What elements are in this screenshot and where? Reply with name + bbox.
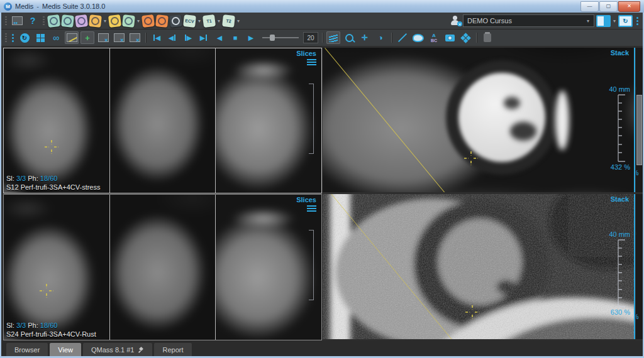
tab-browser[interactable]: Browser	[6, 343, 48, 356]
toolbar-grip[interactable]	[43, 16, 45, 25]
step-back-button[interactable]: ◀	[165, 31, 179, 44]
play-reverse-button[interactable]: ◀	[213, 31, 226, 44]
zoom-tool-button[interactable]	[342, 31, 356, 44]
app-icon-2[interactable]	[61, 14, 74, 28]
roi-icon	[413, 34, 424, 42]
chevron-down-icon[interactable]: ▾	[237, 18, 240, 24]
app-icon-4[interactable]	[89, 14, 102, 28]
clipboard-icon	[484, 33, 491, 42]
slice-image-1[interactable]	[4, 48, 109, 193]
app-icon-8[interactable]	[155, 14, 169, 28]
viewport-layout-button[interactable]	[33, 31, 47, 44]
app-icon-t2[interactable]: T2	[222, 14, 235, 28]
viewport-label: Slices	[296, 50, 316, 57]
chevron-down-icon[interactable]: ▾	[137, 18, 140, 24]
slice-image-2[interactable]	[110, 48, 216, 193]
browser-pane-toggle-button[interactable]: ••	[10, 14, 24, 27]
frame-speed-slider[interactable]	[262, 33, 299, 42]
app-icon-6[interactable]	[122, 14, 135, 28]
viewport-menu-icon[interactable]	[307, 205, 316, 213]
mri-image	[4, 195, 109, 340]
reset-view-button[interactable]: ↻	[18, 31, 31, 44]
overflow-menu-button[interactable]	[635, 17, 640, 25]
play-button[interactable]: ▶	[244, 31, 258, 44]
scale-bottom-label: 630 %	[611, 308, 630, 316]
image-overlay-text: Sl: 3/3 Ph: 18/60 S12 Perf-trufi-3SA+4CV…	[6, 174, 100, 192]
curve-icon	[143, 16, 152, 25]
stop-button[interactable]: ■	[228, 31, 242, 44]
mri-image	[110, 195, 216, 340]
slice-image-1[interactable]	[4, 195, 109, 340]
layout-preset-button[interactable]	[596, 15, 611, 27]
go-last-frame-button[interactable]: ▶	[197, 31, 211, 44]
crosshair-marker[interactable]	[38, 283, 55, 299]
go-first-frame-button[interactable]: ◀	[150, 31, 164, 44]
tab-view[interactable]: View	[50, 343, 81, 356]
user-session-icon: ✕	[450, 16, 461, 26]
app-icon-ecv[interactable]: ECV	[183, 14, 196, 28]
mri-image	[110, 48, 216, 193]
grid-layout-icon	[36, 34, 45, 42]
user-selector-value: DEMO Cursus	[467, 17, 512, 24]
multi-layout-button[interactable]	[458, 31, 472, 44]
minimize-button[interactable]: —	[580, 1, 599, 12]
overlay-toggle-button[interactable]	[65, 31, 79, 44]
stack-viewport-bottom[interactable]: Stack 40 mm 630 %	[323, 194, 635, 339]
app-icon-1[interactable]	[47, 14, 60, 27]
app-icon-3[interactable]	[75, 14, 88, 27]
measure-line-button[interactable]	[396, 31, 409, 44]
help-button[interactable]: ?	[26, 14, 40, 27]
roi-tool-button[interactable]	[411, 31, 425, 44]
toolbar-overflow-button[interactable]	[10, 34, 16, 42]
toolbar-grip[interactable]	[5, 16, 7, 25]
chevron-down-icon[interactable]: ▾	[218, 18, 220, 24]
series-name: S24 Perf-trufi-3SA+4CV-Rust	[6, 330, 96, 339]
title-bar[interactable]: M Medis - Medis Suite 3.0.18.0 — ▢ ✕	[0, 0, 644, 13]
app-icon-5[interactable]	[108, 14, 121, 27]
frame-rate-value[interactable]: 20	[303, 32, 318, 43]
app-icon-t1[interactable]: T1	[203, 14, 216, 27]
slice-image-3[interactable]	[216, 48, 321, 193]
chevron-down-icon[interactable]: ▾	[104, 18, 106, 24]
app-name: Medis	[15, 3, 33, 10]
tab-report[interactable]: Report	[154, 343, 191, 356]
crosshair-marker[interactable]	[464, 304, 480, 320]
person-icon	[171, 16, 180, 25]
stack-viewport-top[interactable]: Stack 40 mm 432 %	[323, 48, 635, 192]
chevron-down-icon[interactable]: ▾	[198, 18, 201, 24]
app-icon-9[interactable]	[169, 14, 182, 27]
tab-qmass[interactable]: QMass 8.1 #1	[83, 343, 152, 356]
close-button[interactable]: ✕	[618, 1, 640, 12]
pan-tool-button[interactable]: ✛	[358, 31, 372, 44]
step-forward-button[interactable]: ▶	[181, 31, 195, 44]
crosshair-marker[interactable]	[463, 150, 479, 166]
reset-layout-icon: ↻	[619, 16, 631, 26]
link-views-button[interactable]: ∞	[49, 31, 63, 44]
chevron-down-icon[interactable]: ▾	[613, 18, 616, 24]
panes-icon: ••	[12, 16, 23, 25]
app-icon-7[interactable]	[142, 14, 155, 27]
slice-image-2[interactable]	[110, 195, 216, 340]
clear-viewport-1-button[interactable]: ×	[96, 31, 110, 44]
window-level-button[interactable]: ◑	[374, 31, 387, 44]
crosshair-marker[interactable]	[43, 139, 60, 155]
maximize-button[interactable]: ▢	[599, 1, 618, 12]
reset-layout-button[interactable]: ↻	[618, 15, 633, 27]
image-overlay-text: Sl: 3/3 Ph: 18/60 S24 Perf-trufi-3SA+4CV…	[6, 321, 96, 339]
overlay-icon	[67, 33, 77, 42]
slice-image-3[interactable]	[216, 195, 321, 340]
slices-viewport-rest[interactable]: Slices Sl: 3/3 Ph: 18/60 S24 Perf-trufi-…	[3, 194, 322, 340]
stack-mode-button[interactable]	[326, 31, 340, 44]
slices-viewport-stress[interactable]: Slices Sl: 3/3 Ph: 18/60 S12 Perf-trufi-…	[3, 48, 322, 193]
toolbar-grip[interactable]	[5, 33, 7, 42]
text-annotation-button[interactable]: A BC	[427, 31, 441, 44]
user-selector-dropdown[interactable]: DEMO Cursus ▾	[463, 14, 594, 27]
pin-icon[interactable]	[138, 347, 144, 353]
crosshair-sync-button[interactable]: +	[80, 31, 94, 44]
clear-all-viewports-button[interactable]: ×	[128, 31, 142, 44]
snapshot-button[interactable]	[443, 31, 457, 44]
viewport-menu-icon[interactable]	[307, 59, 316, 67]
clear-viewport-2-button[interactable]: ×	[112, 31, 126, 44]
medis-logo-icon: M	[4, 3, 12, 11]
slider-knob[interactable]	[270, 35, 275, 41]
